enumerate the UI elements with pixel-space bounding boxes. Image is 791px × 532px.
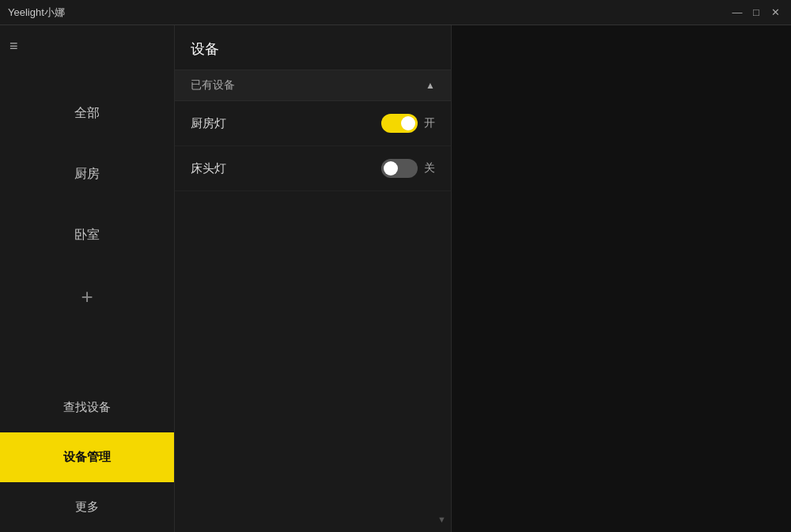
sidebar-nav: 全部 厨房 卧室 + — [0, 67, 174, 383]
section-header: 已有设备 ▲ — [175, 70, 451, 101]
more-label: 更多 — [75, 500, 99, 513]
toggle-track-kitchen-light — [381, 114, 418, 133]
device-row-bedside-light: 床头灯 关 — [175, 146, 451, 191]
scroll-up-icon[interactable]: ▲ — [426, 80, 435, 91]
device-status-bedside-light: 关 — [424, 161, 435, 175]
sidebar-item-label-kitchen: 厨房 — [74, 167, 100, 180]
sidebar: ≡ 全部 厨房 卧室 + 查找设备 设备管理 更多 — [0, 25, 175, 532]
find-devices-label: 查找设备 — [63, 400, 111, 413]
sidebar-more[interactable]: 更多 — [0, 482, 174, 532]
toggle-track-bedside-light — [381, 159, 418, 178]
minimize-button[interactable]: — — [731, 6, 744, 19]
device-management-label: 设备管理 — [63, 450, 111, 463]
maximize-button[interactable]: □ — [750, 6, 763, 19]
main-area — [452, 25, 791, 532]
toggle-thumb-kitchen-light — [401, 116, 415, 130]
panel-header: 设备 — [175, 25, 451, 70]
sidebar-item-label-bedroom: 卧室 — [74, 228, 100, 241]
app-title: Yeelight小娜 — [8, 6, 65, 20]
sidebar-bottom: 查找设备 设备管理 更多 — [0, 383, 174, 532]
sidebar-item-label-all: 全部 — [74, 106, 100, 119]
sidebar-item-bedroom[interactable]: 卧室 — [0, 205, 174, 266]
hamburger-icon[interactable]: ≡ — [9, 38, 18, 55]
sidebar-item-kitchen[interactable]: 厨房 — [0, 144, 174, 205]
toggle-thumb-bedside-light — [384, 161, 398, 175]
device-control-kitchen-light: 开 — [381, 114, 435, 133]
sidebar-top: ≡ — [0, 25, 174, 67]
panel-body: ▼ — [175, 191, 451, 532]
device-status-kitchen-light: 开 — [424, 116, 435, 130]
window-controls: — □ ✕ — [731, 6, 782, 19]
scroll-down-icon[interactable]: ▼ — [437, 515, 446, 524]
main-layout: ≡ 全部 厨房 卧室 + 查找设备 设备管理 更多 — [0, 25, 791, 532]
device-control-bedside-light: 关 — [381, 159, 435, 178]
toggle-bedside-light[interactable] — [381, 159, 418, 178]
content-panel: 设备 已有设备 ▲ 厨房灯 开 床头灯 — [175, 25, 452, 532]
sidebar-item-all[interactable]: 全部 — [0, 83, 174, 144]
sidebar-device-management[interactable]: 设备管理 — [0, 432, 174, 482]
sidebar-find-devices[interactable]: 查找设备 — [0, 383, 174, 432]
device-name-kitchen-light: 厨房灯 — [191, 116, 226, 131]
toggle-kitchen-light[interactable] — [381, 114, 418, 133]
close-button[interactable]: ✕ — [769, 6, 782, 19]
titlebar: Yeelight小娜 — □ ✕ — [0, 0, 791, 25]
device-row-kitchen-light: 厨房灯 开 — [175, 101, 451, 146]
add-room-button[interactable]: + — [0, 266, 174, 328]
device-name-bedside-light: 床头灯 — [191, 161, 226, 176]
section-title: 已有设备 — [191, 78, 235, 92]
panel-title: 设备 — [191, 41, 219, 57]
